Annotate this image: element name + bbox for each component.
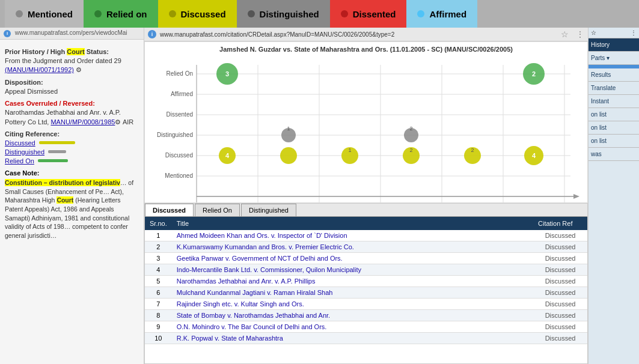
sidebar-dots-icon[interactable]: ⋮ [631, 29, 637, 36]
case-note-text: Constitution – distribution of legislati… [5, 178, 139, 240]
table-row: 1 Ahmed Moideen Khan and Ors. v. Inspect… [145, 230, 587, 241]
svg-text:2: 2 [409, 147, 412, 153]
col-ref: Citation Ref [533, 217, 587, 230]
sidebar-results[interactable]: Results [589, 68, 639, 82]
svg-text:3: 3 [225, 70, 229, 77]
dissented-label: Dissented [353, 9, 396, 19]
discussed-dot [169, 10, 176, 17]
distinguished-bar [48, 150, 66, 153]
relied-ref-link[interactable]: Relied On [5, 157, 34, 165]
cell-title[interactable]: Indo-Mercantile Bank Ltd. v. Commissione… [172, 264, 533, 275]
cell-ref: Discussed [533, 241, 587, 252]
cell-ref: Discussed [533, 264, 587, 275]
discussed-label: Discussed [181, 9, 226, 19]
cell-title[interactable]: State of Bombay v. Narothamdas Jethabhai… [172, 309, 533, 321]
svg-text:Mentioned: Mentioned [165, 172, 193, 179]
expand-icon[interactable]: ⋮ [576, 29, 584, 39]
svg-text:2: 2 [409, 126, 412, 132]
chart-container: Jamshed N. Guzdar vs. State of Maharasht… [144, 41, 588, 203]
affirmed-label: Affirmed [429, 9, 466, 19]
info-icon-left: i [4, 30, 11, 37]
cell-sr: 8 [145, 309, 172, 321]
table-header-row: Sr.no. Title Citation Ref [145, 217, 587, 230]
info-icon-right: i [148, 30, 156, 38]
svg-text:2: 2 [532, 70, 536, 77]
table-scroll[interactable]: Sr.no. Title Citation Ref 1 Ahmed Moidee… [145, 217, 587, 364]
sidebar-was[interactable]: was [589, 148, 639, 161]
sidebar-on-list-2[interactable]: on list [589, 121, 639, 135]
sidebar-history[interactable]: History [589, 38, 639, 52]
legend-relied-on[interactable]: Relied on [84, 0, 158, 28]
cell-title[interactable]: Geetika Panwar v. Government of NCT of D… [172, 252, 533, 264]
overruled-text: Narothamdas Jethabhai and Anr. v. A.P. P… [5, 108, 139, 127]
cell-title[interactable]: K.Kumarswamy Kumandan and Bros. v. Premi… [172, 241, 533, 252]
svg-text:Relied On: Relied On [167, 70, 193, 77]
cell-sr: 5 [145, 275, 172, 287]
legend-distinguished[interactable]: Distinguished [237, 0, 330, 28]
table-row: 3 Geetika Panwar v. Government of NCT of… [145, 252, 587, 264]
col-srno: Sr.no. [145, 217, 172, 230]
relied-ref-row: Relied On [5, 157, 139, 165]
overruled-title: Cases Overruled / Reversed: [5, 100, 139, 107]
tab-relied-on[interactable]: Relied On [195, 204, 240, 216]
tab-discussed[interactable]: Discussed [145, 204, 194, 216]
right-sidebar: ☆ ⋮ History Parts ▾ Results Translate In… [588, 28, 639, 364]
cell-ref: Discussed [533, 298, 587, 309]
case-note-title: Case Note: [5, 169, 139, 177]
dissented-dot [341, 10, 348, 17]
table-row: 5 Narothamdas Jethabhai and Anr. v. A.P.… [145, 275, 587, 287]
prior-history-link[interactable]: (MANU/MH/0071/1992) [5, 66, 74, 73]
svg-text:Dissented: Dissented [167, 111, 193, 118]
overruled-link[interactable]: MANU/MP/0008/1985 [50, 118, 115, 126]
mentioned-label: Mentioned [28, 9, 73, 19]
cell-ref: Discussed [533, 309, 587, 321]
prior-history-title: Prior History / High Court Status: [5, 48, 139, 55]
relied-bar [38, 159, 68, 162]
sidebar-translate[interactable]: Translate [589, 82, 639, 95]
disposition-title: Disposition: [5, 79, 139, 86]
data-table: Sr.no. Title Citation Ref 1 Ahmed Moidee… [145, 217, 587, 344]
sidebar-instant[interactable]: Instant [589, 95, 639, 108]
cell-title[interactable]: Mulchand Kundanmal Jagtiani v. Raman Hir… [172, 287, 533, 298]
cell-sr: 10 [145, 332, 172, 344]
affirmed-dot [417, 10, 424, 17]
cell-title[interactable]: Narothamdas Jethabhai and Anr. v. A.P. P… [172, 275, 533, 287]
cell-title[interactable]: Ahmed Moideen Khan and Ors. v. Inspector… [172, 230, 533, 241]
chart-svg: Relied On Affirmed Dissented Distinguish… [150, 53, 582, 203]
legend-dissented[interactable]: Dissented [330, 0, 407, 28]
sidebar-star-icon[interactable]: ☆ [591, 29, 596, 36]
svg-text:2: 2 [471, 147, 474, 153]
distinguished-ref-link[interactable]: Distinguished [5, 148, 44, 156]
star-icon[interactable]: ☆ [561, 29, 569, 39]
cell-ref: Discussed [533, 332, 587, 344]
svg-text:1: 1 [287, 126, 290, 132]
legend-discussed[interactable]: Discussed [158, 0, 237, 28]
svg-point-34 [280, 147, 297, 164]
svg-text:4: 4 [532, 152, 536, 159]
cell-title[interactable]: R.K. Popwal v. State of Maharashtra [172, 332, 533, 344]
relied-label: Relied on [106, 9, 147, 19]
cell-sr: 7 [145, 298, 172, 309]
svg-text:1: 1 [348, 147, 351, 153]
svg-marker-21 [573, 194, 579, 199]
cell-title[interactable]: O.N. Mohindro v. The Bar Council of Delh… [172, 321, 533, 332]
table-area: Discussed Relied On Distinguished Sr.no.… [144, 203, 588, 365]
table-row: 8 State of Bombay v. Narothamdas Jethabh… [145, 309, 587, 321]
discussed-ref-link[interactable]: Discussed [5, 139, 35, 147]
sidebar-on-list-3[interactable]: on list [589, 135, 639, 148]
cell-sr: 4 [145, 264, 172, 275]
discussed-bar [39, 141, 75, 144]
col-title: Title [172, 217, 533, 230]
cell-title[interactable]: Rajinder Singh etc. v. Kultar Singh and … [172, 298, 533, 309]
legend-mentioned[interactable]: Mentioned [5, 0, 84, 28]
sidebar-on-list-1[interactable]: on list [589, 108, 639, 121]
cell-ref: Discussed [533, 230, 587, 241]
tab-distinguished[interactable]: Distinguished [241, 204, 296, 216]
legend-affirmed[interactable]: Affirmed [406, 0, 477, 28]
relied-dot [94, 10, 102, 17]
cell-ref: Discussed [533, 287, 587, 298]
sidebar-parts[interactable]: Parts ▾ [589, 52, 639, 65]
main-content: i www.manupatrafast.com/pers/viewdocMai … [0, 28, 639, 364]
cell-sr: 9 [145, 321, 172, 332]
cell-sr: 6 [145, 287, 172, 298]
